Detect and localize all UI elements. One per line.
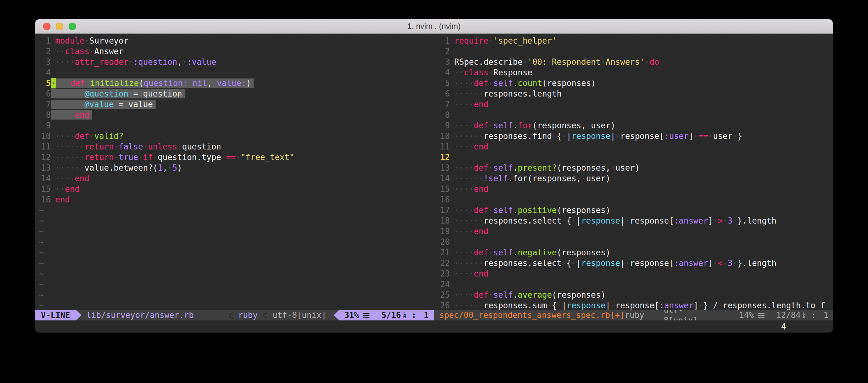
code-text: end <box>55 194 70 205</box>
token: false <box>119 142 143 151</box>
code-line: 2··class·Answer <box>35 46 434 57</box>
space-dot: ······ <box>454 301 484 310</box>
token: end <box>75 174 90 183</box>
code-text: · def initialize(question: nil, value:) <box>55 78 254 89</box>
token: ······ <box>454 174 484 183</box>
space-dot: · <box>90 131 94 141</box>
code-line: 16 <box>434 194 833 205</box>
space-dot: · <box>733 216 737 225</box>
space-dot: ······ <box>55 142 85 151</box>
tilde-marker: ~ <box>39 269 44 279</box>
line-number: 14 <box>434 173 450 184</box>
zoom-button[interactable] <box>69 23 76 30</box>
line-number: 16 <box>434 194 450 205</box>
token: (responses) <box>557 206 611 215</box>
line-number: 23 <box>434 269 450 279</box>
space-dot: · <box>561 216 566 225</box>
token: present? <box>518 163 557 173</box>
space-dot: ······ <box>55 152 85 162</box>
command-line: 4 <box>35 320 833 333</box>
right-editor-buffer[interactable]: 1require·'spec_helper'23RSpec.describe·'… <box>434 34 833 310</box>
space-dot: · <box>552 131 557 141</box>
token: end <box>474 142 489 151</box>
space-dot: · <box>699 301 703 310</box>
space-dot: ···· <box>454 121 474 130</box>
tilde-marker: ~ <box>39 300 44 310</box>
line-number: 24 <box>434 279 450 289</box>
token: ·Surveyor <box>85 36 128 45</box>
token: self <box>493 163 513 173</box>
line-number: 6 <box>35 89 51 99</box>
colon-separator: : <box>811 310 816 320</box>
token: for <box>518 121 532 130</box>
left-editor-buffer[interactable]: 1module·Surveyor2··class·Answer3····attr… <box>35 34 434 310</box>
line-number: 10 <box>434 131 450 141</box>
code-text: ····def·valid? <box>55 131 123 141</box>
line-number: 13 <box>35 163 51 173</box>
token: ···· <box>454 227 474 236</box>
titlebar[interactable]: 1. nvim . (nvim) <box>35 19 833 34</box>
empty-line: ~ <box>35 215 434 226</box>
code-text: module·Surveyor <box>55 35 128 46</box>
window-controls <box>43 23 76 30</box>
code-line: 21····def·self.negative(responses) <box>434 247 833 258</box>
token: ]· <box>688 131 698 141</box>
space-dot: ···· <box>55 131 75 141</box>
line-number: 15 <box>434 184 450 194</box>
scroll-percent: 14% <box>739 310 754 320</box>
chevron-left-icon: < <box>228 310 233 320</box>
window-title: 1. nvim . (nvim) <box>35 22 833 31</box>
token: . <box>513 78 518 88</box>
space-dot: ···· <box>454 163 474 173</box>
visual-selection: @question = question <box>51 89 185 98</box>
token: . <box>513 206 518 215</box>
code-line: 13····def·self.present?(responses,·user) <box>434 163 833 173</box>
code-line: 13······value.between?(1,·5) <box>35 163 434 173</box>
code-line: 11······return·false·unless·question <box>35 141 434 152</box>
token: end <box>474 100 489 109</box>
space-dot: · <box>167 163 173 173</box>
tilde-marker: ~ <box>39 226 44 237</box>
token: ······responses.select·{·| <box>454 216 581 225</box>
line-number: 7 <box>35 99 51 110</box>
close-button[interactable] <box>43 23 51 30</box>
tilde-marker: ~ <box>39 205 44 215</box>
space-dot: · <box>90 47 94 56</box>
code-line: 18······responses.select·{·|response|·re… <box>434 215 833 226</box>
token: self <box>493 121 513 130</box>
space-dot: · <box>561 131 566 141</box>
token: ·}.length <box>733 258 776 268</box>
colon-separator: : <box>411 310 416 320</box>
terminal-window: 1. nvim . (nvim) 1module·Surveyor2··clas… <box>35 19 833 333</box>
line-number: 20 <box>434 237 450 247</box>
space-dot: · <box>489 206 494 215</box>
space-dot: · <box>221 152 226 162</box>
space-dot: · <box>616 131 620 141</box>
token: · <box>723 258 728 268</box>
space-dot: · <box>128 57 133 67</box>
token: |·response[ <box>620 258 674 268</box>
token: ······responses.length <box>454 89 561 98</box>
space-dot: · <box>611 163 616 173</box>
space-dot: · <box>557 301 562 310</box>
code-text: ··class·Response <box>454 67 532 78</box>
token: class <box>65 47 89 56</box>
empty-line: ~ <box>35 247 434 258</box>
space-dot: ······ <box>55 163 85 173</box>
token: (responses) <box>552 290 606 300</box>
token: 5 <box>173 163 177 173</box>
space-dot: · <box>693 131 699 141</box>
minimize-button[interactable] <box>56 23 63 30</box>
file-path-modified: spec/00_respondents_answers_spec.rb[+] <box>439 310 625 320</box>
line-number: 11 <box>35 141 51 152</box>
visual-selection: def initialize(question: nil, value:) <box>56 78 254 88</box>
token: self <box>493 206 513 215</box>
token: · <box>489 248 494 257</box>
token: ···· <box>55 57 75 67</box>
code-line: 12 <box>434 152 833 163</box>
line-number: 1 <box>35 35 51 46</box>
space-dot: · <box>586 121 591 130</box>
code-text: end <box>55 110 92 120</box>
token: 1 <box>158 163 163 173</box>
left-statusline: V-LINE lib/surveyor/answer.rb < ruby < u… <box>35 310 434 320</box>
